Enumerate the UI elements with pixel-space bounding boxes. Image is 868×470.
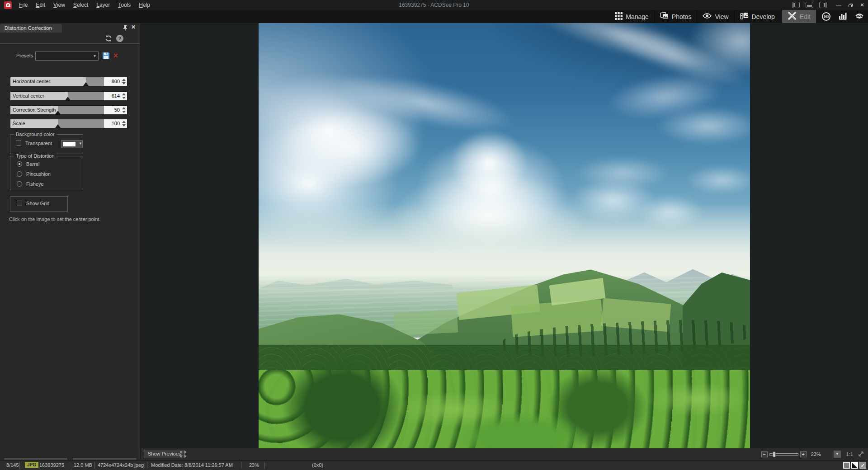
mode-manage-label: Manage xyxy=(626,13,649,20)
actual-size-button[interactable]: 1:1 xyxy=(846,451,853,457)
menu-help[interactable]: Help xyxy=(135,0,154,10)
status-bar: 8/145 JPG 163939275 12.0 MB 4724x4724x24… xyxy=(0,460,868,470)
mode-develop-button[interactable]: Develop xyxy=(734,10,780,23)
mode-edit-button[interactable]: Edit xyxy=(782,10,816,23)
zoom-slider-thumb[interactable] xyxy=(773,451,776,457)
vertical-center-value[interactable]: 614 xyxy=(104,92,127,100)
correction-strength-value[interactable]: 50 xyxy=(104,106,127,114)
contrast-square-icon[interactable] xyxy=(851,462,858,469)
mode-view-button[interactable]: View xyxy=(697,10,734,23)
panel-separator xyxy=(0,43,140,44)
distortion-correction-panel: Distortion Correction ✕ ? Presets ▾ ✕ Ho… xyxy=(0,23,140,460)
show-grid-box: Show Grid xyxy=(10,196,68,212)
develop-icon xyxy=(740,12,749,21)
help-icon[interactable]: ? xyxy=(116,35,123,42)
horizontal-center-value[interactable]: 800 xyxy=(104,77,127,86)
edit-canvas[interactable] xyxy=(141,23,868,448)
scale-label: Scale xyxy=(13,119,25,128)
color-swatch xyxy=(63,142,75,146)
horizontal-center-slider[interactable]: Horizontal center 800 xyxy=(10,77,127,86)
edit-tools-icon xyxy=(788,11,797,22)
zoom-dropdown-button[interactable]: ▾ xyxy=(834,451,841,458)
menu-layer[interactable]: Layer xyxy=(92,0,114,10)
transparent-checkbox[interactable] xyxy=(16,141,21,146)
viewer-bottom-strip: Show Previous − + 23% ▾ 1:1 xyxy=(141,448,868,460)
acdsee-365-button[interactable]: 365 xyxy=(818,10,835,23)
spinner-arrows[interactable] xyxy=(122,107,126,113)
show-grid-label: Show Grid xyxy=(26,201,49,206)
panel-close-icon[interactable]: ✕ xyxy=(131,24,136,30)
mode-develop-label: Develop xyxy=(752,13,775,20)
dashboard-button[interactable] xyxy=(835,10,851,23)
presets-label: Presets xyxy=(16,53,33,58)
slider-marker[interactable] xyxy=(65,97,71,100)
menu-edit[interactable]: Edit xyxy=(32,0,49,10)
bar-chart-icon xyxy=(839,12,847,22)
fullscreen-icon[interactable] xyxy=(179,451,187,460)
panel-header-icons: ? xyxy=(105,35,123,43)
background-color-picker[interactable]: ▾ xyxy=(61,140,83,148)
status-indicators: ✓ xyxy=(843,462,866,469)
format-badge: JPG xyxy=(25,462,38,468)
menu-tools[interactable]: Tools xyxy=(114,0,135,10)
zoom-slider[interactable] xyxy=(769,453,798,456)
toggle-left-pane-button[interactable] xyxy=(792,2,800,8)
zoom-in-button[interactable]: + xyxy=(800,451,807,457)
fisheye-radio[interactable] xyxy=(17,181,22,187)
scale-slider[interactable]: Scale 100 xyxy=(10,119,127,128)
panel-tab[interactable]: Distortion Correction xyxy=(0,24,62,33)
close-button[interactable]: ✕ xyxy=(856,0,868,10)
menu-file[interactable]: File xyxy=(15,0,32,10)
toggle-bottom-pane-button[interactable] xyxy=(806,2,813,8)
slider-marker[interactable] xyxy=(55,124,61,128)
type-of-distortion-group-title: Type of Distortion xyxy=(14,153,57,159)
reset-icon[interactable] xyxy=(105,35,112,43)
correction-strength-label: Correction Strength xyxy=(13,106,56,114)
correction-strength-slider[interactable]: Correction Strength 50 xyxy=(10,105,127,115)
mode-photos-button[interactable]: Photos xyxy=(654,10,697,23)
titlebar-controls: — ✕ xyxy=(792,0,868,10)
vertical-center-slider[interactable]: Vertical center 614 xyxy=(10,91,127,101)
mode-manage-button[interactable]: Manage xyxy=(609,10,654,23)
menu-view[interactable]: View xyxy=(49,0,69,10)
slider-marker[interactable] xyxy=(55,111,61,114)
restore-button[interactable] xyxy=(844,0,856,10)
type-of-distortion-group: Type of Distortion Barrel Pincushion Fis… xyxy=(10,156,83,190)
barrel-radio[interactable] xyxy=(17,161,22,167)
spinner-arrows[interactable] xyxy=(122,121,126,127)
check-square-icon[interactable]: ✓ xyxy=(859,462,866,469)
zoom-percent[interactable]: 23% xyxy=(811,451,831,457)
toggle-right-pane-button[interactable] xyxy=(819,2,827,8)
minimize-button[interactable]: — xyxy=(833,0,844,10)
spinner-arrows[interactable] xyxy=(122,93,126,99)
show-grid-checkbox[interactable] xyxy=(17,201,22,206)
mode-edit-label: Edit xyxy=(800,13,811,20)
zoom-out-button[interactable]: − xyxy=(761,451,768,457)
view-eye-icon xyxy=(703,13,712,20)
status-filename: 163939275 xyxy=(39,462,64,468)
show-previous-button[interactable]: Show Previous xyxy=(144,450,185,458)
presets-dropdown[interactable]: ▾ xyxy=(35,52,99,61)
status-zoom: 23% xyxy=(249,462,259,468)
pincushion-label: Pincushion xyxy=(26,171,51,177)
photo-image[interactable] xyxy=(259,23,750,448)
delete-preset-icon[interactable]: ✕ xyxy=(113,52,118,59)
scale-value[interactable]: 100 xyxy=(104,119,127,128)
pin-icon[interactable] xyxy=(123,25,128,32)
seedrive-eye-icon xyxy=(855,12,864,21)
seedrive-button[interactable] xyxy=(851,10,868,23)
status-modified-date: Modified Date: 8/8/2014 11:26:57 AM xyxy=(151,462,233,468)
fit-image-icon[interactable] xyxy=(858,451,864,458)
status-filesize: 12.0 MB xyxy=(74,462,92,468)
transparent-label: Transparent xyxy=(25,141,52,146)
slider-marker[interactable] xyxy=(83,82,89,86)
365-badge-icon: 365 xyxy=(822,12,830,21)
menu-select[interactable]: Select xyxy=(69,0,92,10)
gray-square-icon[interactable] xyxy=(843,462,850,469)
save-preset-icon[interactable] xyxy=(102,52,110,61)
pincushion-radio[interactable] xyxy=(17,171,22,177)
status-coords: (0x0) xyxy=(312,462,323,468)
fisheye-label: Fisheye xyxy=(26,181,44,187)
photos-icon xyxy=(660,12,669,21)
spinner-arrows[interactable] xyxy=(122,79,126,85)
